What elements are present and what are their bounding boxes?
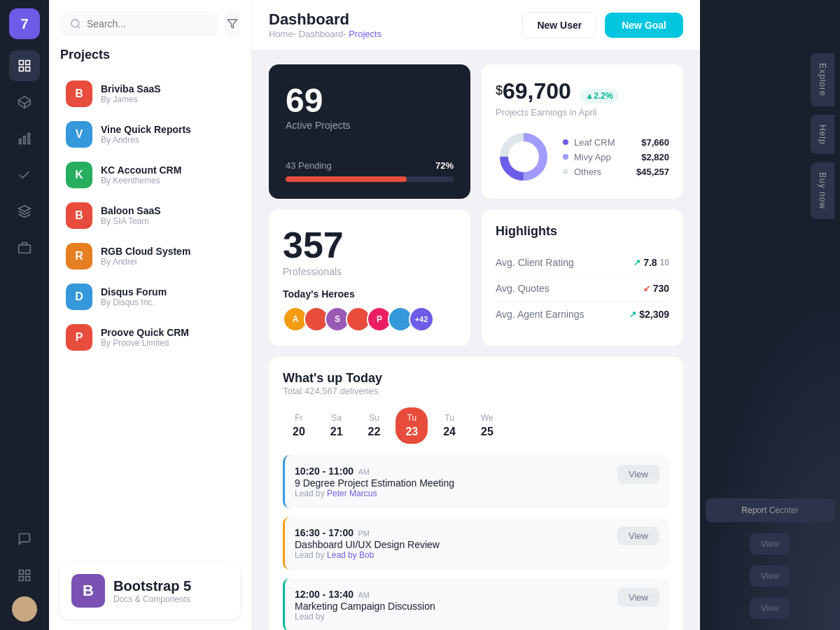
view-button-2[interactable]: View <box>750 566 790 587</box>
sidebar-item-briefcase[interactable] <box>9 232 40 263</box>
sidebar-avatar[interactable]: 7 <box>9 8 40 39</box>
event-view-button[interactable]: View <box>617 588 659 607</box>
whats-up-subtitle: Total 424,567 deliveries <box>283 386 382 396</box>
event-item: 10:20 - 11:00 AM 9 Degree Project Estima… <box>283 455 669 508</box>
calendar-day[interactable]: Tu 24 <box>433 407 465 444</box>
svg-rect-7 <box>24 136 26 144</box>
svg-rect-0 <box>20 61 24 65</box>
legend-value: $45,257 <box>636 167 669 177</box>
cal-day-name: Sa <box>331 413 342 423</box>
highlight-label: Avg. Quotes <box>496 283 550 294</box>
highlight-row: Avg. Client Rating ↗ 7.8 10 <box>496 250 669 276</box>
earnings-value: 69,700 <box>503 78 571 104</box>
progress-bar-bg <box>286 176 454 182</box>
event-view-button[interactable]: View <box>617 465 659 484</box>
svg-rect-12 <box>20 577 24 581</box>
svg-rect-6 <box>28 134 30 144</box>
new-goal-button[interactable]: New Goal <box>605 13 683 38</box>
active-projects-card: 69 Active Projects 43 Pending 72% <box>269 64 470 199</box>
calendar-day[interactable]: We 25 <box>471 407 503 444</box>
event-lead-link[interactable]: Lead by Bob <box>327 550 374 560</box>
buy-now-tab[interactable]: Buy now <box>811 162 834 219</box>
project-item[interactable]: D Disqus Forum By Disqus Inc. <box>60 276 240 317</box>
projects-list: B Briviba SaaS By James V Vine Quick Rep… <box>60 74 240 358</box>
sidebar-item-grid2[interactable] <box>9 560 40 591</box>
cal-day-num: 22 <box>368 426 381 438</box>
new-user-button[interactable]: New User <box>522 12 596 38</box>
event-view-button[interactable]: View <box>617 526 659 545</box>
sidebar-item-stack[interactable] <box>9 196 40 227</box>
project-name: RGB Cloud System <box>101 246 190 257</box>
left-panel: Projects B Briviba SaaS By James V Vine … <box>49 0 252 630</box>
project-item[interactable]: K KC Account CRM By Keenthemes <box>60 155 240 195</box>
project-item[interactable]: P Proove Quick CRM By Proove Limited <box>60 317 240 358</box>
svg-point-14 <box>71 20 79 27</box>
event-time: 12:00 - 13:40 <box>295 589 354 600</box>
search-bar <box>60 11 219 36</box>
calendar-day[interactable]: Fr 20 <box>283 407 315 444</box>
svg-rect-10 <box>20 570 24 575</box>
earnings-chart-row: Leaf CRMMivy AppOthers $7,660$2,820$45,2… <box>496 129 669 185</box>
event-title: Dashboard UI/UX Design Review <box>295 539 609 550</box>
cal-day-num: 25 <box>481 426 493 438</box>
breadcrumb-home[interactable]: Home- <box>269 29 296 39</box>
event-ampm: AM <box>358 591 370 599</box>
project-item[interactable]: V Vine Quick Reports By Andres <box>60 114 240 155</box>
project-icon: V <box>66 121 92 148</box>
top-bar: Dashboard Home- Dashboard- Projects New … <box>252 0 700 50</box>
active-projects-count: 69 <box>286 81 454 120</box>
bootstrap-text: Bootstrap 5 <box>113 578 191 594</box>
project-icon: D <box>66 284 92 310</box>
report-center-button[interactable]: Report Cecnter <box>706 498 834 522</box>
project-item[interactable]: B Briviba SaaS By James <box>60 74 240 114</box>
top-bar-right: New User New Goal <box>522 12 683 38</box>
trend-up-icon: ↗ <box>634 258 640 267</box>
sidebar-item-layers[interactable] <box>9 87 40 118</box>
view-button-1[interactable]: View <box>750 533 790 554</box>
svg-marker-15 <box>227 20 237 28</box>
svg-rect-8 <box>20 139 22 144</box>
event-lead: Lead by Lead by Bob <box>295 550 609 560</box>
sidebar-item-tasks[interactable] <box>9 160 40 190</box>
svg-rect-2 <box>20 67 24 71</box>
help-tab[interactable]: Help <box>811 115 834 155</box>
user-avatar[interactable] <box>12 596 37 622</box>
project-name: KC Account CRM <box>101 164 181 176</box>
pending-pct: 72% <box>435 160 454 171</box>
calendar-day[interactable]: Tu 23 <box>396 407 428 444</box>
filter-button[interactable] <box>225 11 240 36</box>
event-time: 16:30 - 17:00 <box>295 527 354 538</box>
project-by: By Andrei <box>101 257 190 267</box>
project-by: By SIA Team <box>101 216 161 226</box>
project-by: By Andres <box>101 135 191 145</box>
sidebar-item-analytics[interactable] <box>9 123 40 154</box>
projects-title: Projects <box>60 45 240 65</box>
svg-rect-11 <box>26 570 30 575</box>
search-input[interactable] <box>87 18 209 29</box>
legend-item: Others <box>563 167 615 177</box>
project-item[interactable]: R RGB Cloud System By Andrei <box>60 236 240 276</box>
legend-item: Mivy App <box>563 152 615 162</box>
calendar-day[interactable]: Su 22 <box>358 407 391 444</box>
highlight-row: Avg. Quotes ↙ 730 <box>496 276 669 302</box>
project-item[interactable]: B Baloon SaaS By SIA Team <box>60 195 240 236</box>
project-by: By Proove Limited <box>101 338 189 348</box>
event-title: 9 Degree Project Estimation Meeting <box>295 477 609 489</box>
calendar-day[interactable]: Sa 21 <box>321 407 353 444</box>
svg-rect-1 <box>26 61 30 65</box>
breadcrumb: Home- Dashboard- Projects <box>269 29 382 39</box>
professionals-label: Professionals <box>283 266 456 277</box>
sidebar-item-chat[interactable] <box>9 524 40 554</box>
hero-avatar: +42 <box>409 307 434 332</box>
view-button-3[interactable]: View <box>750 598 790 619</box>
event-lead-link[interactable]: Peter Marcus <box>327 489 377 498</box>
bootstrap-icon: B <box>71 574 105 608</box>
trend-up-icon: ↗ <box>629 309 636 319</box>
breadcrumb-projects[interactable]: Projects <box>349 29 382 39</box>
breadcrumb-dashboard[interactable]: Dashboard- <box>299 29 346 39</box>
svg-rect-13 <box>26 577 30 581</box>
event-item: 12:00 - 13:40 AM Marketing Campaign Disc… <box>283 578 669 630</box>
explore-tab[interactable]: Explore <box>811 53 834 106</box>
project-name: Briviba SaaS <box>101 83 161 94</box>
sidebar-item-dashboard[interactable] <box>9 50 40 81</box>
